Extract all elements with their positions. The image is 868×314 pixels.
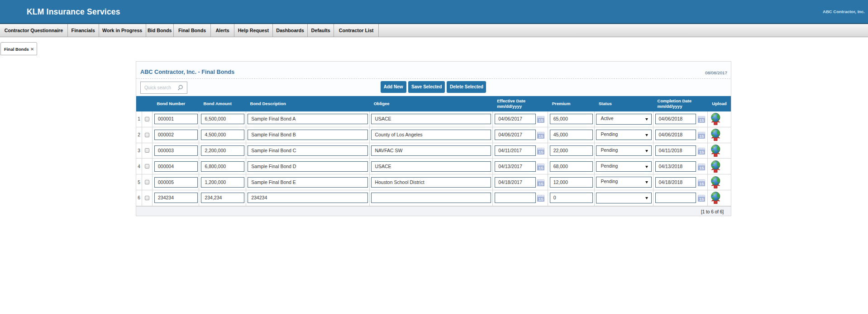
svg-text:15: 15 bbox=[539, 197, 544, 202]
svg-text:15: 15 bbox=[699, 197, 704, 202]
svg-text:15: 15 bbox=[699, 118, 704, 123]
svg-text:15: 15 bbox=[539, 150, 544, 155]
svg-text:15: 15 bbox=[539, 181, 544, 186]
svg-text:15: 15 bbox=[699, 134, 704, 139]
svg-text:15: 15 bbox=[699, 181, 704, 186]
svg-text:15: 15 bbox=[539, 118, 544, 123]
svg-text:15: 15 bbox=[699, 150, 704, 155]
svg-text:15: 15 bbox=[539, 134, 544, 139]
svg-text:15: 15 bbox=[539, 165, 544, 170]
svg-text:15: 15 bbox=[699, 165, 704, 170]
